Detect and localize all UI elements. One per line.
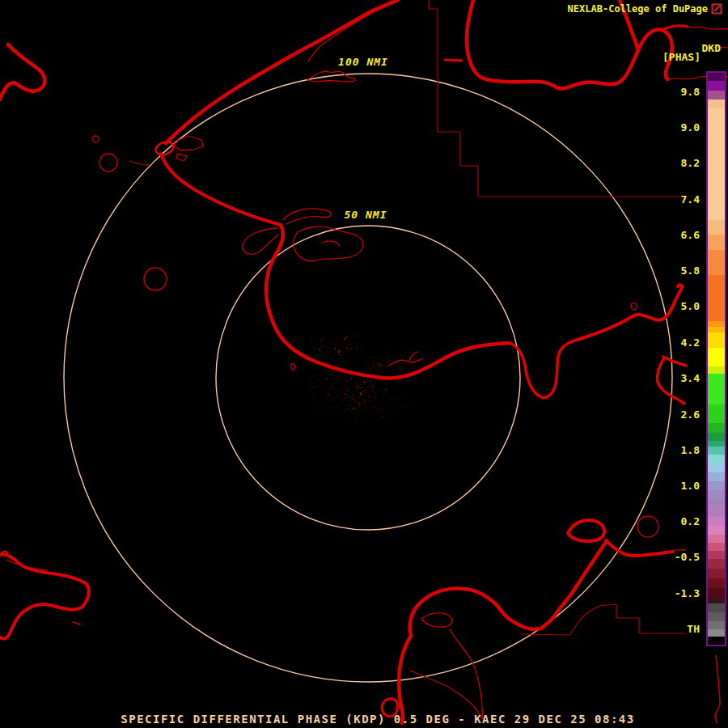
kdp-echo-pixel (329, 388, 330, 389)
range-ring-label: 50 NMI (341, 209, 391, 221)
kdp-echo-pixel (345, 359, 346, 360)
kdp-echo-pixel (375, 399, 376, 400)
kdp-echo-pixel (362, 392, 363, 392)
radar-display: NEXLAB-College of DuPage DKD [PHAS] 9.89… (0, 0, 728, 728)
kdp-echo-pixel (367, 366, 368, 366)
colorbar-tick-label: -1.3 (674, 587, 700, 599)
colorbar-tick-label: 3.4 (680, 372, 700, 384)
colorbar-segment (708, 551, 725, 559)
kdp-echo-pixel (353, 396, 353, 396)
kdp-echo-pixel (345, 398, 345, 399)
kdp-echo-pixel (381, 358, 382, 359)
colorbar-segment (708, 447, 725, 455)
kdp-echo-pixel (386, 384, 387, 385)
kdp-echo-pixel (344, 341, 345, 342)
kdp-echo-pixel (359, 408, 360, 408)
kdp-echo-pixel (352, 394, 353, 395)
colorbar-tick-label: 9.8 (680, 86, 700, 98)
coastline-path (294, 226, 363, 260)
kdp-echo-pixel (364, 383, 365, 383)
kdp-echo-pixel (370, 368, 371, 370)
radar-map-canvas (0, 0, 728, 728)
kdp-echo-pixel (351, 377, 352, 378)
kdp-echo-pixel (371, 371, 372, 372)
colorbar-tick-label: 5.8 (680, 265, 700, 277)
colorbar-segment (708, 597, 725, 603)
kdp-echo-pixel (365, 405, 366, 406)
kdp-echo-pixel (354, 392, 355, 393)
kdp-echo-pixel (392, 366, 393, 366)
kdp-echo-pixel (339, 392, 340, 392)
colorbar-segment (708, 472, 725, 481)
kdp-echo-pixel (358, 401, 358, 402)
coastline-path (129, 161, 149, 165)
coastline-path (307, 71, 355, 82)
coastline-path (578, 285, 682, 340)
kdp-echo-pixel (374, 396, 375, 398)
kdp-echo-pixel (374, 366, 375, 367)
kdp-echo-pixel (341, 390, 341, 391)
colorbar-segment (708, 332, 725, 348)
kdp-echo-pixel (332, 371, 333, 372)
kdp-echo-pixel (345, 388, 346, 389)
kdp-echo-pixel (365, 361, 366, 362)
kdp-echo-pixel (360, 394, 362, 396)
kdp-echo-pixel (367, 386, 369, 387)
kdp-echo-pixel (335, 342, 336, 343)
kdp-echo-pixel (313, 364, 314, 365)
kdp-echo-pixel (330, 407, 331, 408)
colorbar-segment (708, 91, 725, 99)
kdp-echo-pixel (364, 383, 365, 384)
kdp-echo-pixel (367, 399, 368, 400)
kdp-echo-pixel (344, 338, 345, 340)
kdp-echo-pixel (322, 353, 323, 354)
kdp-echo-pixel (349, 344, 350, 345)
kdp-echo-pixel (356, 347, 358, 349)
kdp-echo-pixel (387, 358, 388, 360)
kdp-echo-pixel (331, 386, 332, 387)
coastline-path (308, 2, 396, 61)
colorbar-segment (708, 612, 725, 621)
colorbar-segment (708, 481, 725, 490)
kdp-echo-pixel (374, 362, 375, 363)
colorbar-segment (708, 73, 725, 81)
island-outline (637, 516, 658, 537)
colorbar-segment (708, 348, 725, 366)
kdp-echo-pixel (311, 341, 312, 341)
kdp-echo-pixel (387, 355, 387, 356)
kdp-echo-pixel (363, 381, 365, 383)
kdp-echo-pixel (349, 396, 349, 397)
kdp-echo-pixel (378, 409, 379, 410)
kdp-echo-pixel (369, 358, 370, 358)
kdp-echo-pixel (339, 350, 341, 352)
colorbar-segment (708, 588, 725, 597)
kdp-echo-pixel (318, 413, 319, 414)
colorbar-tick-label: 7.4 (680, 193, 700, 205)
kdp-echo-pixel (371, 387, 372, 388)
kdp-echo-pixel (366, 379, 368, 380)
colorbar-segment (708, 374, 725, 404)
colorbar-segment (708, 559, 725, 569)
kdp-echo-pixel (331, 383, 332, 384)
colorbar-segment (708, 108, 725, 220)
colorbar-segment (708, 508, 725, 517)
kdp-echo-pixel (336, 345, 337, 345)
kdp-echo-pixel (338, 345, 339, 346)
colorbar-segment (708, 535, 725, 543)
kdp-echo-pixel (332, 357, 332, 358)
colorbar-segment (708, 321, 725, 327)
colorbar-segment (708, 621, 725, 629)
brand-text: NEXLAB-College of DuPage (568, 3, 708, 15)
kdp-echo-pixel (354, 382, 355, 383)
kdp-echo-pixel (321, 345, 322, 346)
kdp-echo-pixel (346, 336, 348, 338)
colorbar-segment (708, 404, 725, 423)
kdp-echo-pixel (314, 376, 315, 377)
kdp-echo-pixel (371, 358, 372, 358)
kdp-echo-pixel (374, 356, 375, 357)
kdp-echo-pixel (378, 358, 379, 359)
kdp-echo-pixel (345, 393, 345, 394)
colorbar-segment (708, 637, 725, 645)
colorbar-segment (708, 463, 725, 472)
coastline-path (175, 136, 203, 150)
